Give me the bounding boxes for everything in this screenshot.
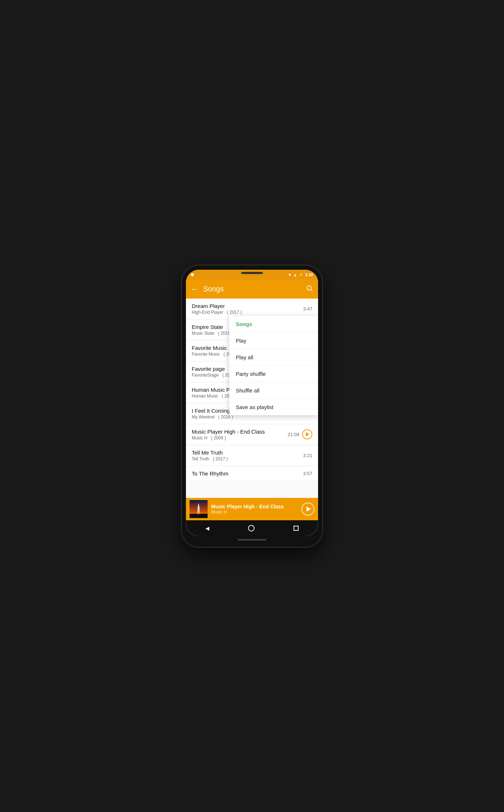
battery-icon: ⚡ [299,272,304,277]
phone-bottom-bar [186,536,318,543]
status-time: 3:20 [305,273,313,277]
svg-point-0 [307,286,311,290]
now-playing-bar[interactable]: Music Player High - End Class Music H [186,498,318,520]
search-button[interactable] [306,285,313,294]
context-menu-item-save-playlist[interactable]: Save as playlist [229,399,318,415]
status-bar: ▼ ▲ ⚡ 3:20 [186,270,318,280]
phone-device: ▼ ▲ ⚡ 3:20 ← Songs Dream Player [182,265,322,547]
now-playing-artist: Music H [211,509,301,514]
nav-recents-button[interactable] [291,523,301,534]
context-menu-overlay[interactable]: Songs Play Play all Party shuffle Shuffl… [186,299,318,498]
phone-screen: ▼ ▲ ⚡ 3:20 ← Songs Dream Player [186,270,318,536]
wifi-icon: ▼ [288,273,292,277]
recents-square-icon [294,526,299,531]
nav-back-button[interactable]: ◀ [203,522,212,534]
context-menu: Songs Play Play all Party shuffle Shuffl… [229,316,318,415]
nav-home-button[interactable] [245,522,257,534]
svg-line-1 [311,290,313,291]
song-list: Dream Player High-End Player ( 2017 ) 3:… [186,299,318,498]
status-right: ▼ ▲ ⚡ 3:20 [288,272,313,277]
play-icon [307,507,311,512]
status-left [191,273,194,276]
context-menu-header: Songs [229,316,318,333]
context-menu-item-play-all[interactable]: Play all [229,349,318,366]
context-menu-item-party-shuffle[interactable]: Party shuffle [229,366,318,382]
notification-dot [191,273,194,276]
app-bar: ← Songs [186,280,318,299]
page-title: Songs [203,285,306,293]
bottom-nav: ◀ [186,520,318,536]
svg-rect-5 [197,508,200,512]
signal-icon: ▲ [293,273,297,277]
phone-speaker [241,272,263,274]
now-playing-title: Music Player High - End Class [211,504,301,509]
back-button[interactable]: ← [191,285,199,294]
home-indicator-bar [238,539,266,540]
context-menu-item-shuffle-all[interactable]: Shuffle all [229,382,318,399]
context-menu-item-play[interactable]: Play [229,333,318,349]
home-circle-icon [248,525,255,531]
now-playing-info: Music Player High - End Class Music H [211,504,301,514]
now-playing-play-button[interactable] [301,503,314,516]
album-art [190,500,208,518]
